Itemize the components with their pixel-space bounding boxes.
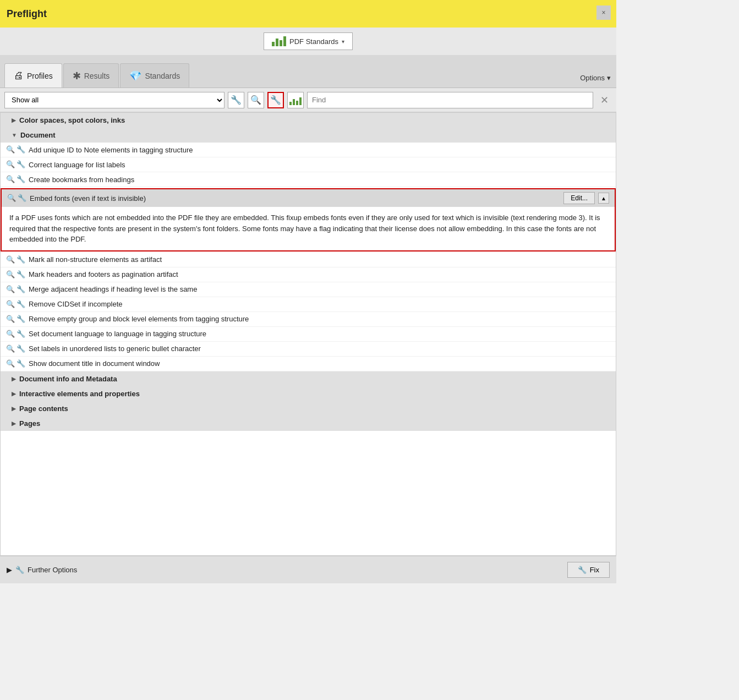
item-label: Mark all non-structure elements as artif… <box>29 255 610 264</box>
main-content: Show all 🔧 🔍 🔧 ✕ ▶ Color spaces, spot co… <box>0 88 616 556</box>
search-icon: 🔍 <box>6 330 15 338</box>
category-page-contents[interactable]: ▶ Page contents <box>1 401 616 416</box>
fix-button[interactable]: 🔧 Fix <box>567 562 610 578</box>
category-interactive-label: Interactive elements and properties <box>19 390 140 398</box>
options-icon-button[interactable]: 🔧 <box>228 92 244 108</box>
close-button[interactable]: × <box>596 6 611 20</box>
fix-icon-button[interactable]: 🔧 <box>267 92 284 108</box>
category-pages-label: Pages <box>19 419 40 428</box>
item-icons: 🔍 🔧 <box>6 285 25 294</box>
bar-chart-icon <box>272 36 286 46</box>
category-document[interactable]: ▼ Document <box>1 128 616 143</box>
search-icon: 🔍 <box>6 300 15 309</box>
further-options-button[interactable]: ▶ 🔧 Further Options <box>7 566 77 574</box>
chart-icon-button[interactable] <box>287 92 304 108</box>
list-item[interactable]: 🔍 🔧 Add unique ID to Note elements in ta… <box>1 143 616 157</box>
search-icon: 🔍 <box>6 270 15 279</box>
pdf-standards-bar: PDF Standards ▾ <box>0 28 616 55</box>
list-item[interactable]: 🔍 🔧 Remove CIDSet if incomplete <box>1 297 616 312</box>
item-label: Remove empty group and block level eleme… <box>29 315 610 323</box>
triangle-icon: ▶ <box>12 376 16 382</box>
empty-space <box>1 431 616 541</box>
fix-icon: 🔧 <box>17 285 25 294</box>
tab-profiles-label: Profiles <box>27 72 53 80</box>
tab-results-label: Results <box>84 72 110 80</box>
item-icons: 🔍 🔧 <box>6 255 25 264</box>
fix-icon: 🔧 <box>17 315 25 324</box>
category-document-label: Document <box>20 131 56 139</box>
item-label: Mark headers and footers as pagination a… <box>29 270 610 278</box>
tab-standards-label: Standards <box>145 72 180 80</box>
category-page-contents-label: Page contents <box>19 404 68 413</box>
search-icon: 🔍 <box>6 344 15 353</box>
small-bar-chart-icon <box>289 95 302 105</box>
options-label: Options <box>580 74 605 82</box>
list-item[interactable]: 🔍 🔧 Merge adjacent headings if heading l… <box>1 282 616 297</box>
item-icons: 🔍 🔧 <box>6 315 25 324</box>
fix-label: Fix <box>590 566 599 574</box>
category-interactive[interactable]: ▶ Interactive elements and properties <box>1 386 616 401</box>
fix-icon: 🔧 <box>17 255 25 264</box>
toolbar-row: Show all 🔧 🔍 🔧 ✕ <box>0 88 616 112</box>
tab-standards[interactable]: 💎 Standards <box>120 63 189 88</box>
item-label: Correct language for list labels <box>29 161 610 169</box>
category-document-info-label: Document info and Metadata <box>19 375 117 383</box>
search-icon: 🔍 <box>6 145 15 154</box>
search-icon: 🔍 <box>6 160 15 169</box>
fix-icon: 🔧 <box>17 175 25 184</box>
options-button[interactable]: Options ▾ <box>580 74 611 82</box>
triangle-icon: ▶ <box>12 391 16 397</box>
pdf-standards-button[interactable]: PDF Standards ▾ <box>264 32 353 50</box>
fix-icon: 🔧 <box>18 194 26 203</box>
category-document-info[interactable]: ▶ Document info and Metadata <box>1 371 616 386</box>
category-color-spaces[interactable]: ▶ Color spaces, spot colors, inks <box>1 113 616 128</box>
list-item[interactable]: 🔍 🔧 Mark headers and footers as paginati… <box>1 267 616 282</box>
options-arrow-icon: ▾ <box>607 74 611 82</box>
item-label: Show document title in document window <box>29 359 610 368</box>
item-label: Merge adjacent headings if heading level… <box>29 285 610 293</box>
search-icon: 🔍 <box>6 285 15 294</box>
category-pages[interactable]: ▶ Pages <box>1 416 616 431</box>
list-item[interactable]: 🔍 🔧 Set document language to language in… <box>1 327 616 342</box>
list-item[interactable]: 🔍 🔧 Set labels in unordered lists to gen… <box>1 342 616 357</box>
show-all-select[interactable]: Show all <box>4 92 225 108</box>
tab-profiles[interactable]: 🖨 Profiles <box>4 63 62 88</box>
search-icon: 🔍 <box>6 175 15 184</box>
search-icon-button[interactable]: 🔍 <box>248 92 264 108</box>
find-input[interactable] <box>307 92 593 108</box>
dropdown-arrow-icon: ▾ <box>342 39 344 45</box>
expanded-item-label: Embed fonts (even if text is invisible) <box>30 194 560 203</box>
title-bar: Preflight × <box>0 0 616 28</box>
further-options-triangle: ▶ <box>7 566 12 574</box>
list-item[interactable]: 🔍 🔧 Mark all non-structure elements as a… <box>1 253 616 267</box>
item-description: If a PDF uses fonts which are not embedd… <box>2 207 615 250</box>
fix-icon: 🔧 <box>17 300 25 309</box>
tab-results[interactable]: ✱ Results <box>63 63 119 88</box>
expand-arrow-button[interactable]: ▲ <box>598 193 609 204</box>
item-label: Remove CIDSet if incomplete <box>29 300 610 308</box>
category-color-spaces-label: Color spaces, spot colors, inks <box>19 116 125 124</box>
expanded-item-header[interactable]: 🔍 🔧 Embed fonts (even if text is invisib… <box>2 189 615 207</box>
results-icon: ✱ <box>73 70 81 82</box>
item-label: Create bookmarks from headings <box>29 176 610 184</box>
app-title: Preflight <box>7 8 47 20</box>
fix-icon: 🔧 <box>17 160 25 169</box>
bottom-bar: ▶ 🔧 Further Options 🔧 Fix <box>0 556 616 583</box>
item-icons: 🔍 🔧 <box>6 300 25 309</box>
search-icon: 🔍 <box>6 315 15 324</box>
further-options-icon: 🔧 <box>15 566 24 574</box>
expanded-item: 🔍 🔧 Embed fonts (even if text is invisib… <box>1 188 616 251</box>
item-icons: 🔍 🔧 <box>6 330 25 338</box>
fix-icon: 🔧 <box>17 145 25 154</box>
list-item[interactable]: 🔍 🔧 Remove empty group and block level e… <box>1 312 616 327</box>
list-item[interactable]: 🔍 🔧 Show document title in document wind… <box>1 357 616 371</box>
triangle-icon: ▶ <box>12 420 16 426</box>
list-item[interactable]: 🔍 🔧 Create bookmarks from headings <box>1 172 616 187</box>
edit-button[interactable]: Edit... <box>563 192 595 204</box>
item-icons: 🔍 🔧 <box>6 359 25 368</box>
fix-icon: 🔧 <box>17 359 25 368</box>
item-label: Add unique ID to Note elements in taggin… <box>29 146 610 154</box>
clear-search-button[interactable]: ✕ <box>596 92 612 108</box>
item-icons: 🔍 🔧 <box>6 270 25 279</box>
list-item[interactable]: 🔍 🔧 Correct language for list labels <box>1 157 616 172</box>
